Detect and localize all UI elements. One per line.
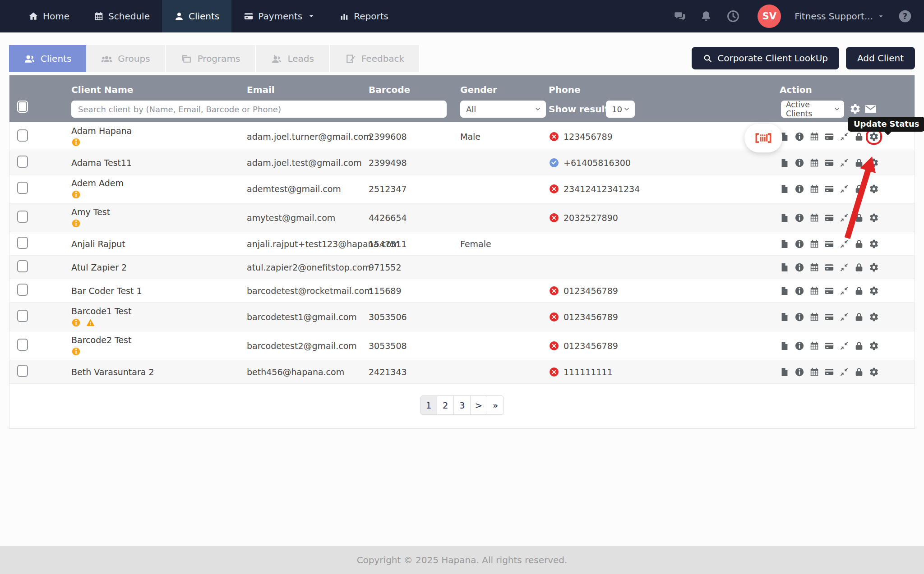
add-client-button[interactable]: Add Client (846, 47, 915, 69)
info-badge[interactable] (71, 138, 81, 147)
nav-clients[interactable]: Clients (162, 0, 231, 32)
page-1-button[interactable]: 1 (420, 395, 437, 415)
row-checkbox[interactable] (17, 156, 28, 168)
lock-button[interactable] (854, 286, 864, 296)
tab-programs[interactable]: Programs (166, 45, 256, 72)
payments-button[interactable] (824, 312, 834, 322)
tab-feedback[interactable]: Feedback (330, 45, 420, 72)
update-status-button[interactable] (869, 213, 879, 223)
update-status-button[interactable] (869, 132, 879, 142)
row-checkbox[interactable] (17, 260, 28, 272)
update-status-button[interactable] (869, 239, 879, 249)
warning-badge[interactable] (85, 318, 96, 327)
schedule-button[interactable] (809, 239, 819, 249)
search-input[interactable] (71, 101, 447, 118)
merge-button[interactable] (839, 158, 849, 168)
notes-button[interactable] (780, 367, 790, 377)
update-status-button[interactable] (869, 367, 879, 377)
scan-barcode-button[interactable] (744, 124, 782, 152)
payments-button[interactable] (824, 367, 834, 377)
schedule-button[interactable] (809, 262, 819, 272)
payments-button[interactable] (824, 341, 834, 351)
show-results-select[interactable]: 10 (606, 101, 635, 118)
notes-button[interactable] (780, 341, 790, 351)
lock-button[interactable] (854, 132, 864, 142)
history-button[interactable] (726, 9, 740, 23)
notes-button[interactable] (780, 239, 790, 249)
update-status-button[interactable] (869, 262, 879, 272)
info-badge[interactable] (71, 318, 81, 327)
lock-button[interactable] (854, 239, 864, 249)
schedule-button[interactable] (809, 286, 819, 296)
details-button[interactable] (795, 213, 804, 223)
nav-payments[interactable]: Payments (231, 0, 327, 32)
details-button[interactable] (795, 132, 804, 142)
page-3-button[interactable]: 3 (453, 395, 471, 415)
schedule-button[interactable] (809, 367, 819, 377)
tab-clients[interactable]: Clients (9, 45, 86, 72)
notes-button[interactable] (780, 262, 790, 272)
notes-button[interactable] (780, 312, 790, 322)
notes-button[interactable] (780, 213, 790, 223)
row-checkbox[interactable] (17, 365, 28, 377)
lock-button[interactable] (854, 158, 864, 168)
next-page-button[interactable]: > (470, 395, 487, 415)
merge-button[interactable] (839, 213, 849, 223)
schedule-button[interactable] (809, 158, 819, 168)
lock-button[interactable] (854, 213, 864, 223)
row-checkbox[interactable] (17, 237, 28, 249)
client-status-select[interactable]: Active Clients (781, 101, 844, 118)
bulk-settings-button[interactable] (850, 103, 861, 115)
nav-schedule[interactable]: Schedule (82, 0, 162, 32)
details-button[interactable] (795, 239, 804, 249)
row-checkbox[interactable] (17, 129, 28, 142)
tab-leads[interactable]: Leads (256, 45, 329, 72)
payments-button[interactable] (824, 184, 834, 194)
account-menu[interactable]: Fitness Support... (795, 11, 884, 22)
lock-button[interactable] (854, 184, 864, 194)
payments-button[interactable] (824, 286, 834, 296)
schedule-button[interactable] (809, 312, 819, 322)
schedule-button[interactable] (809, 213, 819, 223)
nav-reports[interactable]: Reports (327, 0, 401, 32)
update-status-button[interactable] (869, 158, 879, 168)
notes-button[interactable] (780, 184, 790, 194)
notes-button[interactable] (780, 286, 790, 296)
help-button[interactable]: ? (898, 9, 912, 23)
last-page-button[interactable]: » (487, 395, 504, 415)
merge-button[interactable] (839, 286, 849, 296)
payments-button[interactable] (824, 239, 834, 249)
merge-button[interactable] (839, 367, 849, 377)
schedule-button[interactable] (809, 184, 819, 194)
row-checkbox[interactable] (17, 182, 28, 194)
details-button[interactable] (795, 158, 804, 168)
payments-button[interactable] (824, 262, 834, 272)
merge-button[interactable] (839, 132, 849, 142)
messages-button[interactable] (674, 10, 686, 23)
details-button[interactable] (795, 286, 804, 296)
row-checkbox[interactable] (17, 339, 28, 351)
payments-button[interactable] (824, 132, 834, 142)
merge-button[interactable] (839, 341, 849, 351)
payments-button[interactable] (824, 213, 834, 223)
info-badge[interactable] (71, 219, 81, 228)
schedule-button[interactable] (809, 132, 819, 142)
corporate-client-lookup-button[interactable]: Corporate Client LookUp (692, 47, 839, 69)
tab-groups[interactable]: Groups (86, 45, 166, 72)
row-checkbox[interactable] (17, 284, 28, 296)
details-button[interactable] (795, 367, 804, 377)
update-status-button[interactable] (869, 341, 879, 351)
update-status-button[interactable] (869, 286, 879, 296)
avatar[interactable]: SV (758, 5, 781, 28)
lock-button[interactable] (854, 262, 864, 272)
select-all-checkbox[interactable] (17, 101, 28, 113)
info-badge[interactable] (71, 190, 81, 199)
update-status-button[interactable] (869, 184, 879, 194)
lock-button[interactable] (854, 312, 864, 322)
bulk-email-button[interactable] (864, 102, 877, 115)
details-button[interactable] (795, 312, 804, 322)
details-button[interactable] (795, 341, 804, 351)
lock-button[interactable] (854, 341, 864, 351)
payments-button[interactable] (824, 158, 834, 168)
merge-button[interactable] (839, 184, 849, 194)
